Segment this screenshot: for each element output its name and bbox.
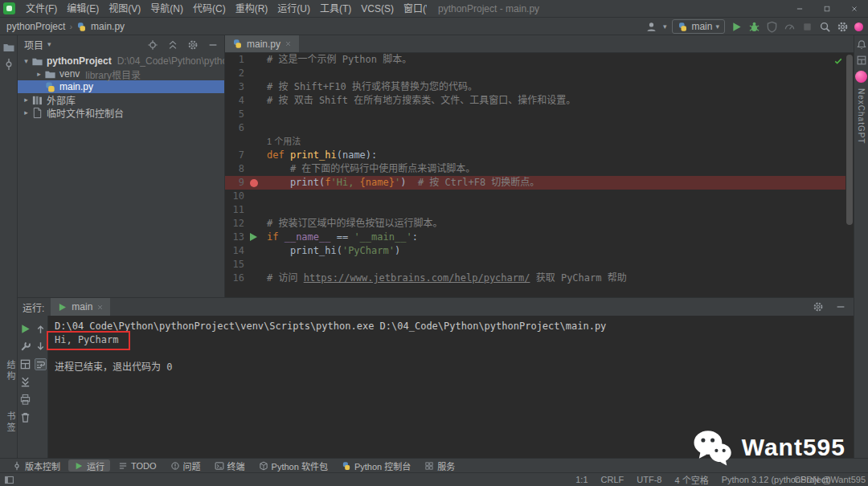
status-item-4[interactable]: 4 个空格	[674, 473, 708, 486]
maximize-button[interactable]	[813, 0, 841, 18]
tree-item-临时文件和控制台[interactable]: ▸临时文件和控制台	[18, 106, 224, 119]
menu-item-3[interactable]: 视图(V)	[104, 0, 145, 17]
tool-button-Python 控制台[interactable]: Python 控制台	[336, 459, 416, 472]
search-everywhere-icon[interactable]	[819, 21, 831, 33]
scrollbar-thumb[interactable]	[846, 55, 853, 225]
gutter[interactable]	[246, 176, 264, 190]
run-config-select[interactable]: main ▾	[672, 19, 725, 34]
nexchatgpt-logo[interactable]	[855, 71, 867, 83]
run-settings-icon[interactable]	[813, 301, 824, 312]
menu-item-7[interactable]: 运行(U)	[272, 0, 315, 17]
project-view-caret-icon[interactable]: ▾	[47, 41, 51, 48]
chevron-right-icon[interactable]: ▸	[34, 70, 44, 78]
trash-icon[interactable]	[19, 411, 31, 423]
breadcrumb-file[interactable]: main.py	[91, 21, 125, 32]
tool-button-版本控制[interactable]: 版本控制	[6, 459, 66, 472]
menu-item-8[interactable]: 工具(T)	[315, 0, 356, 17]
run-line-icon[interactable]	[250, 233, 257, 241]
tree-item-venv[interactable]: ▸venvlibrary根目录	[18, 67, 224, 80]
code-lines[interactable]: 1# 这是一个示例 Python 脚本。23# 按 Shift+F10 执行或将…	[225, 53, 845, 297]
softwrap-icon[interactable]	[35, 358, 47, 370]
menu-item-4[interactable]: 导航(N)	[145, 0, 188, 17]
hide-run-panel-icon[interactable]	[835, 301, 846, 312]
user-menu-icon[interactable]	[645, 21, 657, 33]
menu-item-1[interactable]: 文件(F)	[21, 0, 62, 17]
status-item-3[interactable]: UTF-8	[637, 475, 661, 484]
assistant-overlay-dot[interactable]	[854, 22, 863, 31]
wrench-icon[interactable]	[19, 341, 31, 353]
inspection-ok-icon[interactable]	[833, 56, 843, 66]
menu-item-10[interactable]: 窗口(W)	[399, 0, 427, 17]
gutter[interactable]	[246, 190, 264, 203]
gutter[interactable]	[246, 258, 264, 272]
layout-stripe-icon[interactable]	[856, 55, 867, 66]
line-number[interactable]: 15	[225, 258, 246, 272]
line-number[interactable]: 3	[225, 80, 246, 94]
run-tab-main[interactable]: main	[51, 298, 110, 316]
line-number[interactable]: 2	[225, 67, 246, 80]
notifications-icon[interactable]	[856, 39, 867, 51]
tree-item-main.py[interactable]: main.py	[18, 80, 224, 93]
tree-item-外部库[interactable]: ▸外部库	[18, 93, 224, 106]
line-number[interactable]: 5	[225, 108, 246, 121]
rerun-icon[interactable]	[19, 323, 31, 335]
collapse-all-icon[interactable]	[167, 39, 178, 51]
gutter[interactable]	[246, 272, 264, 285]
project-stripe-icon[interactable]	[2, 41, 15, 54]
gutter[interactable]	[246, 203, 264, 217]
chevron-right-icon[interactable]: ▸	[21, 108, 31, 116]
tree-item-pythonProject[interactable]: ▾pythonProjectD:\04_Code\Python\pythonPr…	[18, 55, 224, 67]
status-item-1[interactable]: 1:1	[575, 475, 588, 484]
chevron-right-icon[interactable]: ▸	[21, 96, 31, 104]
gutter[interactable]	[246, 162, 264, 176]
profiler-button[interactable]	[784, 21, 796, 33]
chevron-down-icon[interactable]: ▾	[21, 57, 31, 65]
bookmarks-stripe-button[interactable]: 书签	[4, 411, 17, 434]
tab-close-icon[interactable]	[285, 40, 292, 47]
project-panel-title[interactable]: 项目	[24, 38, 43, 51]
gutter[interactable]	[246, 67, 264, 80]
gutter[interactable]	[246, 121, 264, 135]
gutter[interactable]	[246, 135, 264, 149]
line-number[interactable]: 13	[225, 231, 246, 244]
menu-item-9[interactable]: VCS(S)	[356, 0, 399, 17]
editor-tab-main[interactable]: main.py	[225, 35, 299, 52]
run-tab-close-icon[interactable]	[96, 304, 104, 311]
gutter[interactable]	[246, 108, 264, 121]
up-icon[interactable]	[35, 323, 47, 335]
line-number[interactable]	[225, 135, 246, 149]
down-icon[interactable]	[35, 341, 47, 353]
line-number[interactable]: 12	[225, 217, 246, 231]
menu-item-6[interactable]: 重构(R)	[231, 0, 273, 17]
line-number[interactable]: 1	[225, 53, 246, 67]
tool-button-问题[interactable]: 问题	[165, 459, 207, 472]
run-button[interactable]	[731, 21, 743, 33]
line-number[interactable]: 6	[225, 121, 246, 135]
breadcrumb-project[interactable]: pythonProject	[6, 21, 65, 32]
commit-stripe-icon[interactable]	[2, 58, 15, 71]
editor-scrollbar[interactable]	[845, 53, 854, 297]
minimize-button[interactable]	[786, 0, 813, 18]
line-number[interactable]: 9	[225, 176, 246, 190]
hide-panel-icon[interactable]	[207, 39, 219, 51]
line-number[interactable]: 16	[225, 272, 246, 285]
status-item-2[interactable]: CRLF	[601, 475, 624, 484]
scrollend-icon[interactable]	[19, 376, 31, 388]
gutter[interactable]	[246, 149, 264, 162]
line-number[interactable]: 8	[225, 162, 246, 176]
breakpoint-icon[interactable]	[250, 179, 258, 187]
line-number[interactable]: 10	[225, 190, 246, 203]
menu-item-5[interactable]: 代码(C)	[188, 0, 231, 17]
tool-button-服务[interactable]: 服务	[419, 459, 461, 472]
tool-button-运行[interactable]: 运行	[68, 459, 110, 472]
close-button[interactable]	[841, 0, 868, 18]
gutter[interactable]	[246, 94, 264, 108]
printer-icon[interactable]	[19, 394, 31, 406]
debug-button[interactable]	[748, 21, 760, 33]
settings-icon[interactable]	[837, 21, 849, 33]
menu-item-2[interactable]: 编辑(E)	[62, 0, 104, 17]
gutter[interactable]	[246, 53, 264, 67]
tool-button-Python 软件包[interactable]: Python 软件包	[253, 459, 334, 472]
line-number[interactable]: 14	[225, 244, 246, 258]
gutter[interactable]	[246, 80, 264, 94]
